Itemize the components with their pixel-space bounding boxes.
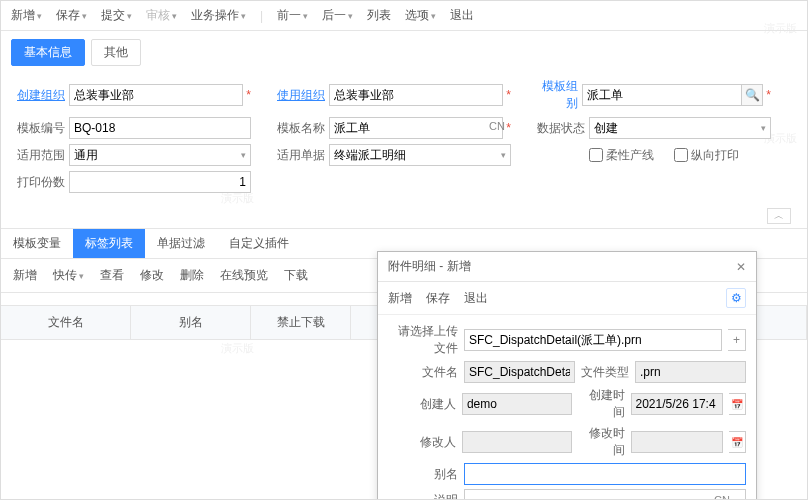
col-nodl[interactable]: 禁止下载: [251, 306, 351, 339]
tmpl-name-input[interactable]: [329, 117, 503, 139]
copies-input[interactable]: [69, 171, 251, 193]
dlg-exit-button[interactable]: 退出: [464, 290, 488, 307]
sub-quick-button[interactable]: 快传▾: [53, 267, 84, 284]
vert-print-check[interactable]: [674, 148, 688, 162]
dlg-createtime-input: [631, 393, 723, 415]
tmpl-group-label: 模板组别: [531, 78, 582, 112]
sheet-select[interactable]: 终端派工明细▾: [329, 144, 511, 166]
main-tabs: 基本信息 其他: [1, 31, 807, 74]
submit-button[interactable]: 提交▾: [101, 7, 132, 24]
sub-download-button[interactable]: 下载: [284, 267, 308, 284]
tmpl-id-input[interactable]: [69, 117, 251, 139]
sub-edit-button[interactable]: 修改: [140, 267, 164, 284]
use-org-input[interactable]: [329, 84, 503, 106]
calendar-icon[interactable]: 📅: [729, 393, 747, 415]
create-org-label[interactable]: 创建组织: [11, 87, 69, 104]
attachment-dialog: 附件明细 - 新增 ✕ 新增 保存 退出 ⚙ 请选择上传文件 + 文件名 文件类…: [377, 251, 757, 500]
top-toolbar: 新增▾ 保存▾ 提交▾ 审核▾ 业务操作▾ | 前一▾ 后一▾ 列表 选项▾ 退…: [1, 1, 807, 31]
dlg-modifier-input: [462, 431, 572, 453]
plus-icon[interactable]: +: [728, 329, 746, 351]
exit-button[interactable]: 退出: [450, 7, 474, 24]
tmpl-group-input[interactable]: [582, 84, 741, 106]
create-org-input[interactable]: [69, 84, 243, 106]
dialog-title: 附件明细 - 新增: [388, 258, 471, 275]
tab-basic[interactable]: 基本信息: [11, 39, 85, 66]
scope-select[interactable]: 通用▾: [69, 144, 251, 166]
save-button[interactable]: 保存▾: [56, 7, 87, 24]
dlg-modifytime-input: [631, 431, 723, 453]
new-button[interactable]: 新增▾: [11, 7, 42, 24]
search-icon[interactable]: 🔍: [741, 84, 763, 106]
collapse-button[interactable]: ︿: [767, 208, 791, 224]
dlg-filename-input: [464, 361, 575, 383]
dlg-filetype-input: [635, 361, 746, 383]
prev-button[interactable]: 前一▾: [277, 7, 308, 24]
data-state-select[interactable]: 创建▾: [589, 117, 771, 139]
caret-icon: ▾: [37, 11, 42, 21]
dlg-save-button[interactable]: 保存: [426, 290, 450, 307]
flex-line-check[interactable]: [589, 148, 603, 162]
next-button[interactable]: 后一▾: [322, 7, 353, 24]
col-filename[interactable]: 文件名: [1, 306, 131, 339]
close-icon[interactable]: ✕: [736, 260, 746, 274]
gear-icon[interactable]: ⚙: [726, 288, 746, 308]
dlg-creator-input: [462, 393, 572, 415]
dlg-alias-input[interactable]: [464, 463, 746, 485]
sub-preview-button[interactable]: 在线预览: [220, 267, 268, 284]
list-button[interactable]: 列表: [367, 7, 391, 24]
tab-other[interactable]: 其他: [91, 39, 141, 66]
subtab-vars[interactable]: 模板变量: [1, 229, 73, 258]
subtab-plugin[interactable]: 自定义插件: [217, 229, 301, 258]
calendar-icon[interactable]: 📅: [729, 431, 747, 453]
subtab-labels[interactable]: 标签列表: [73, 229, 145, 258]
use-org-label[interactable]: 使用组织: [271, 87, 329, 104]
options-button[interactable]: 选项▾: [405, 7, 436, 24]
sub-view-button[interactable]: 查看: [100, 267, 124, 284]
upload-file-input[interactable]: [464, 329, 722, 351]
sub-new-button[interactable]: 新增: [13, 267, 37, 284]
dlg-desc-input[interactable]: [464, 489, 746, 500]
bizop-button[interactable]: 业务操作▾: [191, 7, 246, 24]
dlg-new-button[interactable]: 新增: [388, 290, 412, 307]
audit-button[interactable]: 审核▾: [146, 7, 177, 24]
sub-del-button[interactable]: 删除: [180, 267, 204, 284]
col-alias[interactable]: 别名: [131, 306, 251, 339]
subtab-filter[interactable]: 单据过滤: [145, 229, 217, 258]
